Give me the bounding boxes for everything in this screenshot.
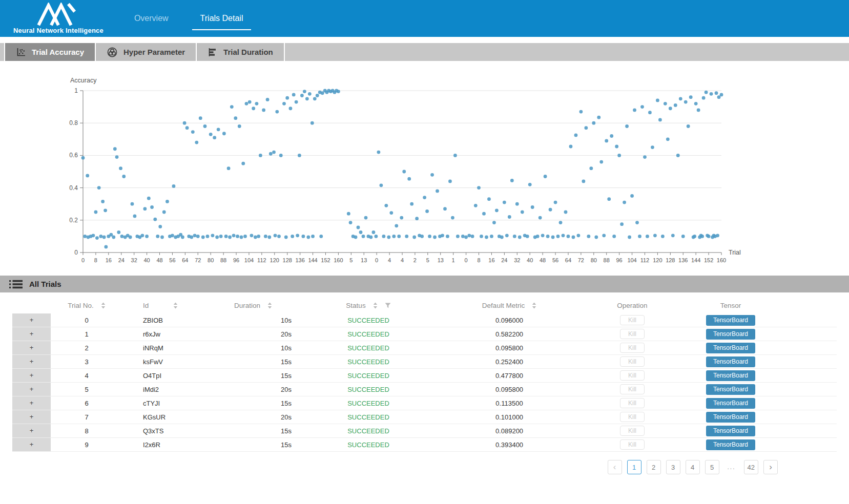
- expand-row-button[interactable]: +: [12, 341, 51, 354]
- trial-no: 0: [51, 313, 122, 327]
- pagination-page-5[interactable]: 5: [705, 460, 719, 474]
- expand-row-button[interactable]: +: [12, 355, 51, 368]
- operation-cell: Kill: [589, 355, 676, 368]
- kill-button[interactable]: Kill: [620, 315, 645, 325]
- kill-button[interactable]: Kill: [620, 329, 645, 339]
- svg-text:5: 5: [349, 257, 353, 263]
- expand-row-button[interactable]: +: [12, 438, 51, 451]
- svg-text:5: 5: [426, 257, 429, 263]
- operation-cell: Kill: [589, 383, 676, 396]
- pagination-page-2[interactable]: 2: [647, 460, 661, 474]
- tensorboard-button[interactable]: TensorBoard: [706, 412, 755, 423]
- trial-default-metric: 0.582200: [430, 327, 589, 341]
- expand-row-button[interactable]: +: [12, 327, 51, 341]
- column-header-tensor: Tensor: [676, 299, 837, 312]
- sort-icon[interactable]: [532, 302, 536, 309]
- trial-default-metric: 0.095800: [430, 341, 589, 354]
- svg-text:0: 0: [74, 249, 78, 256]
- svg-text:16: 16: [106, 257, 112, 263]
- tab-trial-duration[interactable]: Trial Duration: [197, 43, 285, 61]
- svg-text:136: 136: [678, 257, 688, 263]
- svg-text:0.8: 0.8: [69, 119, 78, 127]
- tensorboard-button[interactable]: TensorBoard: [706, 426, 755, 436]
- expand-row-button[interactable]: +: [12, 383, 51, 396]
- kill-button[interactable]: Kill: [620, 343, 645, 353]
- kill-button[interactable]: Kill: [620, 370, 645, 381]
- trial-default-metric: 0.113500: [430, 396, 589, 410]
- kill-button[interactable]: Kill: [620, 439, 645, 450]
- kill-button[interactable]: Kill: [620, 384, 645, 394]
- section-title: All Trials: [29, 280, 61, 288]
- tensorboard-button[interactable]: TensorBoard: [706, 398, 755, 409]
- expand-row-button[interactable]: +: [12, 424, 51, 437]
- tensorboard-button[interactable]: TensorBoard: [706, 356, 755, 367]
- pagination-ellipsis: ...: [724, 460, 739, 474]
- pagination: ‹12345...42›: [0, 460, 778, 474]
- svg-text:32: 32: [131, 257, 137, 263]
- trial-id: iMdi2: [122, 383, 199, 396]
- kill-button[interactable]: Kill: [620, 426, 645, 436]
- tensorboard-button[interactable]: TensorBoard: [706, 439, 755, 450]
- svg-text:88: 88: [220, 257, 226, 263]
- tensor-cell: TensorBoard: [676, 369, 837, 382]
- svg-text:Accuracy: Accuracy: [70, 77, 97, 84]
- operation-cell: Kill: [589, 341, 676, 354]
- nni-logo: Neural Network Intelligence: [13, 3, 103, 34]
- nav-trials-detail[interactable]: Trials Detail: [199, 12, 244, 25]
- pagination-page-4[interactable]: 4: [686, 460, 700, 474]
- tensor-cell: TensorBoard: [676, 410, 837, 424]
- kill-button[interactable]: Kill: [620, 398, 645, 408]
- pagination-page-3[interactable]: 3: [666, 460, 680, 474]
- trial-id: ksFwV: [122, 355, 199, 368]
- expand-row-button[interactable]: +: [12, 396, 51, 410]
- svg-text:136: 136: [295, 257, 304, 263]
- svg-text:144: 144: [691, 257, 700, 263]
- trial-id: r6xJw: [122, 327, 199, 341]
- pagination-page-1[interactable]: 1: [627, 460, 641, 474]
- svg-text:160: 160: [334, 257, 343, 263]
- accuracy-scatter-chart[interactable]: Accuracy10.80.60.40.20081624324048566472…: [0, 61, 849, 276]
- operation-cell: Kill: [589, 313, 676, 327]
- tensorboard-button[interactable]: TensorBoard: [706, 384, 755, 395]
- trial-default-metric: 0.089200: [430, 424, 589, 437]
- filter-icon[interactable]: [385, 303, 391, 308]
- svg-text:56: 56: [552, 257, 558, 263]
- trial-id: ZBIOB: [122, 313, 199, 327]
- kill-button[interactable]: Kill: [620, 412, 645, 422]
- expand-row-button[interactable]: +: [12, 313, 51, 327]
- trial-default-metric: 0.252400: [430, 355, 589, 368]
- all-trials-section-bar: All Trials: [0, 276, 849, 292]
- expand-row-button[interactable]: +: [12, 369, 51, 382]
- sort-icon[interactable]: [173, 302, 178, 309]
- svg-text:48: 48: [540, 257, 546, 263]
- sort-icon[interactable]: [101, 302, 106, 309]
- column-label: Trial No.: [68, 302, 94, 309]
- sort-icon[interactable]: [373, 302, 378, 309]
- pagination-next-button[interactable]: ›: [763, 460, 778, 474]
- svg-text:32: 32: [514, 257, 520, 263]
- svg-text:152: 152: [704, 257, 713, 263]
- sort-icon[interactable]: [267, 302, 272, 309]
- table-row: +4O4TpI15sSUCCEEDED0.477800KillTensorBoa…: [12, 369, 837, 383]
- svg-text:104: 104: [627, 257, 636, 263]
- trial-status: SUCCEEDED: [307, 355, 430, 368]
- tensorboard-button[interactable]: TensorBoard: [706, 315, 755, 326]
- pagination-page-42[interactable]: 42: [744, 460, 758, 474]
- tab-trial-accuracy[interactable]: Trial Accuracy: [4, 43, 96, 61]
- column-header-status: Status: [307, 299, 430, 312]
- pagination-prev-button[interactable]: ‹: [608, 460, 622, 474]
- expand-row-button[interactable]: +: [12, 410, 51, 424]
- svg-text:40: 40: [527, 257, 533, 263]
- trial-status: SUCCEEDED: [307, 313, 430, 327]
- tensorboard-button[interactable]: TensorBoard: [706, 370, 755, 381]
- svg-text:0.2: 0.2: [69, 217, 78, 224]
- nav-overview[interactable]: Overview: [133, 12, 170, 25]
- trial-status: SUCCEEDED: [307, 341, 430, 354]
- table-row: +6cTYJI15sSUCCEEDED0.113500KillTensorBoa…: [12, 396, 837, 410]
- column-header-duration: Duration: [199, 299, 307, 312]
- kill-button[interactable]: Kill: [620, 356, 645, 367]
- operation-cell: Kill: [589, 438, 676, 451]
- tensorboard-button[interactable]: TensorBoard: [706, 343, 755, 353]
- tensorboard-button[interactable]: TensorBoard: [706, 329, 755, 340]
- tab-hyper-parameter[interactable]: Hyper Parameter: [96, 43, 197, 61]
